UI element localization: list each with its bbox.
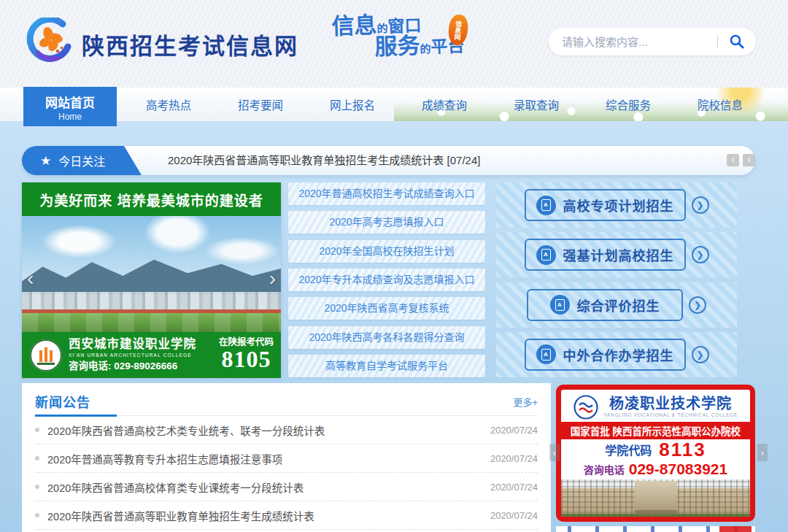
focus-headline-link[interactable]: 2020年陕西省普通高等职业教育单独招生考生成绩统计表 [07/24] (168, 146, 480, 175)
nav-tab-comprehensive-services[interactable]: 综合服务 (582, 88, 674, 121)
nav-tab-home[interactable]: 网站首页 Home (23, 87, 117, 126)
partial-banner (556, 526, 755, 532)
search-box (549, 28, 756, 55)
nav-items: 高考热点 招考要闻 网上报名 成绩查询 录取查询 综合服务 院校信息 (123, 88, 766, 121)
application-form-icon: A (536, 245, 556, 265)
news-title-underline (35, 415, 117, 417)
focus-badge-edge (124, 146, 142, 175)
news-panel: 新闻公告 更多+ 2020年陕西省普通高校艺术类专业统考、联考一分段统计表 20… (22, 383, 551, 532)
carousel-prev-button[interactable]: ‹ (27, 269, 34, 289)
promo-button-sino-foreign[interactable]: A 中外合作办学招生 (525, 339, 686, 371)
news-item[interactable]: 2020年陕西省普通高等职业教育单独招生考生成绩统计表 2020/07/24 (35, 501, 538, 530)
ad-slogan-band: 国家首批 陕西首所示范性高职公办院校 (561, 422, 750, 439)
quick-link-enrollment-plan[interactable]: 2020年全国高校在陕招生计划 (288, 240, 485, 263)
star-icon: ★ (40, 155, 51, 167)
application-form-icon: A (550, 295, 570, 315)
nav-tab-admission-inquiry[interactable]: 录取查询 (490, 88, 582, 121)
nav-tab-home-label: 网站首页 (23, 93, 117, 111)
bullet-icon (35, 513, 39, 517)
quick-link-score-query[interactable]: 2020年普通高校招生考试成绩查询入口 (288, 182, 485, 205)
arrow-circle-icon[interactable]: ❯ (692, 196, 709, 214)
promo-panel: A 综合评价招生 ❯ (496, 282, 737, 328)
arrow-circle-icon[interactable]: ❯ (692, 246, 709, 263)
nav-tab-college-info[interactable]: 院校信息 (674, 88, 766, 121)
bullet-icon (35, 485, 39, 489)
quick-link-review-system[interactable]: 2020年陕西省高考复核系统 (288, 297, 485, 320)
college-name-en: XI'AN URBAN ARCHITECTURAL COLLEGE (69, 352, 196, 358)
nav-tab-score-inquiry[interactable]: 成绩查询 (398, 88, 490, 121)
carousel-ad[interactable]: 为美好而来 培养最美城市的建设者 ‹ › 西安城市建设职业学院 XI'AN UR… (22, 182, 281, 378)
ad-header: 杨凌职业技术学院 YANGLING VOCATIONAL & TECHNICAL… (561, 390, 750, 422)
search-icon (729, 34, 745, 50)
ad-phone-label: 咨询电话 (584, 462, 625, 477)
focus-badge: ★ 今日关注 (22, 146, 142, 175)
ad-prev-button[interactable]: ‹ (549, 444, 560, 461)
promo-panel: A 中外合作办学招生 ❯ (496, 332, 737, 377)
college-logo-icon (29, 339, 63, 372)
ad-phone-row: 咨询电话 029-87083921 (561, 460, 750, 478)
news-item[interactable]: 2020年普通高等教育专升本招生志愿填报注意事项 2020/07/24 (35, 444, 538, 473)
carousel-next-button[interactable]: › (269, 269, 276, 289)
site-title: 陕西招生考试信息网 (82, 28, 298, 61)
nav-tab-online-registration[interactable]: 网上报名 (306, 88, 398, 121)
quick-link-subject-scores[interactable]: 2020年陕西高考各科各题得分查询 (288, 326, 485, 349)
news-item[interactable]: 2020年陕西省普通高校艺术类专业统考、联考一分段统计表 2020/07/24 (35, 416, 538, 444)
ad-next-button[interactable]: › (757, 444, 768, 461)
nav-tab-gaokao-hotspots[interactable]: 高考热点 (123, 88, 215, 121)
arrow-circle-icon[interactable]: ❯ (689, 296, 706, 314)
search-input[interactable] (549, 36, 717, 48)
promo-panel: A 强基计划高校招生 ❯ (496, 232, 737, 277)
ad-code-label: 学院代码 (605, 441, 652, 458)
application-form-icon: A (536, 344, 556, 364)
photo-sports-field (22, 313, 281, 332)
carousel-photo (22, 216, 281, 332)
news-header: 新闻公告 更多+ (35, 383, 538, 416)
carousel-college-bar: 西安城市建设职业学院 XI'AN URBAN ARCHITECTURAL COL… (22, 332, 281, 378)
ad-code-value: 8113 (659, 439, 706, 461)
ad-campus-photo (561, 479, 750, 518)
ad-college-name: 杨凌职业技术学院 (603, 396, 738, 412)
promo-button-strong-base[interactable]: A 强基计划高校招生 (525, 239, 686, 271)
quick-link-self-study-exam[interactable]: 高等教育自学考试服务平台 (288, 355, 485, 377)
college-ad[interactable]: 杨凌职业技术学院 YANGLING VOCATIONAL & TECHNICAL… (556, 385, 755, 522)
ad-college-name-en: YANGLING VOCATIONAL & TECHNICAL COLLEGE (603, 413, 738, 418)
promo-buttons: A 高校专项计划招生 ❯ A 强基计划高校招生 ❯ A 综合评价招生 ❯ A 中… (496, 182, 737, 377)
bullet-icon (35, 428, 39, 432)
arrow-circle-icon[interactable]: ❯ (692, 346, 709, 363)
promo-panel: A 高校专项计划招生 ❯ (496, 182, 737, 228)
carousel-banner-text: 为美好而来 培养最美城市的建设者 (22, 182, 281, 216)
site-header: 陕西招生考试信息网 信息的窗口 服务的平台 信息网 (0, 0, 788, 88)
quick-links: 2020年普通高校招生考试成绩查询入口 2020年高考志愿填报入口 2020年全… (288, 182, 485, 377)
focus-badge-label: 今日关注 (58, 152, 105, 169)
search-button[interactable] (718, 28, 756, 55)
ad-college-logo-icon (573, 395, 598, 420)
quick-link-volunteer-fill[interactable]: 2020年高考志愿填报入口 (288, 211, 485, 234)
news-title: 新闻公告 (35, 392, 90, 411)
site-logo-icon (26, 18, 73, 64)
focus-prev-button[interactable]: ‹ (727, 154, 739, 166)
nav-tab-home-sublabel: Home (23, 112, 117, 122)
site-slogan: 信息的窗口 服务的平台 (331, 9, 501, 61)
ad-phone-value: 029-87083921 (629, 460, 727, 478)
focus-bar: ★ 今日关注 2020年陕西省普通高等职业教育单独招生考生成绩统计表 [07/2… (22, 146, 755, 175)
college-name: 西安城市建设职业学院 (69, 338, 196, 352)
ad-code-row: 学院代码 8113 (561, 439, 750, 460)
college-code: 8105 (219, 347, 274, 372)
quick-link-zhuanshengben[interactable]: 2020年专升本成绩查询及志愿填报入口 (288, 269, 485, 291)
application-form-icon: A (536, 196, 556, 215)
photo-mountains (22, 250, 281, 295)
nav-tab-enrollment-news[interactable]: 招考要闻 (215, 88, 306, 121)
promo-button-special-plan[interactable]: A 高校专项计划招生 (525, 189, 686, 221)
college-phone: 咨询电话: 029-89026666 (69, 361, 196, 372)
slogan-text: 信息 (331, 12, 377, 39)
photo-city-skyline (22, 292, 281, 311)
focus-next-button[interactable]: › (743, 154, 755, 166)
promo-button-comprehensive-eval[interactable]: A 综合评价招生 (527, 289, 683, 321)
bullet-icon (35, 456, 39, 460)
news-item[interactable]: 2020年陕西省普通高校体育类专业课统考一分段统计表 2020/07/24 (35, 473, 538, 501)
campus-building (635, 481, 677, 514)
news-more-link[interactable]: 更多+ (513, 395, 538, 409)
